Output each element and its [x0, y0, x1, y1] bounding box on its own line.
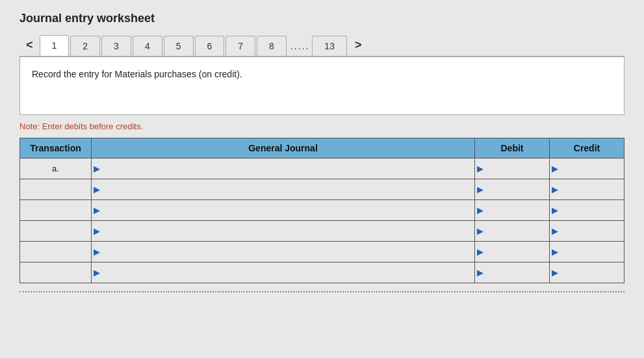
table-row: ▶▶▶	[20, 221, 625, 242]
transaction-cell-0: a.	[20, 159, 92, 179]
journal-arrow-icon-1: ▶	[94, 185, 100, 194]
journal-input-1[interactable]	[101, 179, 474, 199]
col-header-credit: Credit	[550, 138, 625, 159]
credit-arrow-icon-1: ▶	[552, 185, 558, 194]
credit-arrow-icon-0: ▶	[552, 164, 558, 173]
journal-cell-1[interactable]: ▶	[92, 179, 475, 200]
debit-cell-1[interactable]: ▶	[475, 179, 550, 200]
journal-cell-5[interactable]: ▶	[92, 262, 475, 283]
journal-cell-0[interactable]: ▶	[92, 159, 475, 179]
table-row: ▶▶▶	[20, 200, 625, 221]
credit-cell-5[interactable]: ▶	[550, 262, 625, 283]
credit-cell-4[interactable]: ▶	[550, 242, 625, 262]
tab-3[interactable]: 3	[101, 36, 131, 56]
debit-cell-0[interactable]: ▶	[475, 159, 550, 179]
credit-cell-3[interactable]: ▶	[550, 221, 625, 242]
journal-table: Transaction General Journal Debit Credit…	[19, 138, 625, 283]
credit-input-1[interactable]	[560, 179, 624, 199]
table-row: ▶▶▶	[20, 242, 625, 262]
debit-cell-5[interactable]: ▶	[475, 262, 550, 283]
journal-input-3[interactable]	[101, 221, 474, 241]
journal-input-4[interactable]	[101, 242, 474, 262]
table-row: ▶▶▶	[20, 262, 625, 283]
journal-cell-2[interactable]: ▶	[92, 200, 475, 221]
tab-1[interactable]: 1	[40, 35, 70, 56]
journal-arrow-icon-0: ▶	[94, 164, 100, 173]
transaction-cell-4	[20, 242, 92, 262]
table-row: ▶▶▶	[20, 179, 625, 200]
transaction-cell-5	[20, 262, 92, 283]
debit-arrow-icon-1: ▶	[477, 185, 483, 194]
credit-cell-0[interactable]: ▶	[550, 159, 625, 179]
credit-input-2[interactable]	[560, 200, 624, 220]
journal-arrow-icon-4: ▶	[94, 247, 100, 257]
instruction-text: Record the entry for Materials purchases…	[32, 69, 242, 79]
transaction-cell-2	[20, 200, 92, 221]
credit-input-0[interactable]	[560, 159, 624, 179]
debit-arrow-icon-0: ▶	[477, 164, 483, 173]
prev-arrow[interactable]: <	[19, 34, 40, 56]
journal-arrow-icon-3: ▶	[94, 226, 100, 236]
journal-cell-4[interactable]: ▶	[92, 242, 475, 262]
journal-input-2[interactable]	[101, 200, 474, 220]
debit-cell-2[interactable]: ▶	[475, 200, 550, 221]
debit-input-4[interactable]	[485, 242, 549, 262]
tab-8[interactable]: 8	[257, 36, 287, 56]
debit-arrow-icon-3: ▶	[477, 226, 483, 236]
note-text: Note: Enter debits before credits.	[19, 121, 625, 131]
debit-arrow-icon-5: ▶	[477, 268, 483, 277]
journal-arrow-icon-5: ▶	[94, 268, 100, 277]
credit-input-3[interactable]	[560, 221, 624, 241]
col-header-debit: Debit	[475, 138, 550, 159]
credit-input-4[interactable]	[560, 242, 624, 262]
col-header-transaction: Transaction	[20, 138, 92, 159]
transaction-cell-1	[20, 179, 92, 200]
credit-cell-1[interactable]: ▶	[550, 179, 625, 200]
debit-input-3[interactable]	[485, 221, 549, 241]
tab-7[interactable]: 7	[225, 36, 255, 56]
tab-13[interactable]: 13	[312, 36, 347, 56]
debit-arrow-icon-2: ▶	[477, 205, 483, 215]
tab-2[interactable]: 2	[70, 36, 100, 56]
table-row: a.▶▶▶	[20, 159, 625, 179]
credit-arrow-icon-5: ▶	[552, 268, 558, 277]
credit-input-5[interactable]	[560, 262, 624, 283]
debit-input-1[interactable]	[485, 179, 549, 199]
journal-arrow-icon-2: ▶	[94, 205, 100, 215]
journal-input-0[interactable]	[101, 159, 474, 179]
tab-4[interactable]: 4	[133, 36, 162, 56]
credit-cell-2[interactable]: ▶	[550, 200, 625, 221]
tab-6[interactable]: 6	[195, 36, 225, 56]
debit-cell-3[interactable]: ▶	[475, 221, 550, 242]
credit-arrow-icon-3: ▶	[552, 226, 558, 236]
credit-arrow-icon-2: ▶	[552, 205, 558, 215]
debit-input-0[interactable]	[485, 159, 549, 179]
credit-arrow-icon-4: ▶	[552, 247, 558, 257]
transaction-cell-3	[20, 221, 92, 242]
debit-arrow-icon-4: ▶	[477, 247, 483, 257]
col-header-journal: General Journal	[92, 138, 475, 159]
journal-cell-3[interactable]: ▶	[92, 221, 475, 242]
debit-input-2[interactable]	[485, 200, 549, 220]
page-bottom-border	[19, 291, 625, 292]
journal-input-5[interactable]	[101, 262, 474, 283]
debit-input-5[interactable]	[485, 262, 549, 283]
instruction-box: Record the entry for Materials purchases…	[19, 57, 625, 115]
tab-5[interactable]: 5	[164, 36, 194, 56]
tab-ellipsis: .....	[288, 36, 312, 56]
debit-cell-4[interactable]: ▶	[475, 242, 550, 262]
page-title: Journal entry worksheet	[19, 12, 625, 25]
next-arrow[interactable]: >	[348, 34, 368, 56]
